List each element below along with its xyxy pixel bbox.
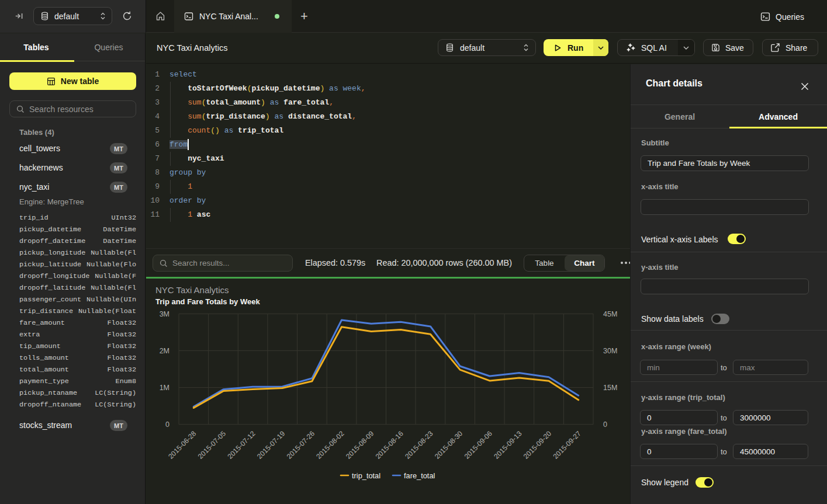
svg-text:fare_total: fare_total — [404, 471, 435, 480]
svg-text:2015-08-02: 2015-08-02 — [314, 429, 346, 461]
svg-text:2015-08-30: 2015-08-30 — [433, 429, 465, 461]
svg-text:45M: 45M — [603, 310, 617, 318]
svg-text:0: 0 — [603, 420, 607, 429]
svg-text:2015-07-12: 2015-07-12 — [226, 429, 257, 461]
svg-text:0: 0 — [165, 420, 169, 429]
svg-text:2015-07-05: 2015-07-05 — [196, 429, 228, 461]
svg-text:3M: 3M — [160, 310, 169, 318]
svg-text:2015-09-06: 2015-09-06 — [463, 429, 494, 461]
svg-text:2015-07-19: 2015-07-19 — [255, 429, 287, 461]
svg-text:2015-06-28: 2015-06-28 — [167, 429, 198, 461]
svg-text:30M: 30M — [603, 347, 617, 355]
svg-text:2015-08-09: 2015-08-09 — [344, 429, 376, 461]
svg-text:2015-08-16: 2015-08-16 — [374, 429, 406, 461]
svg-text:2015-09-20: 2015-09-20 — [522, 429, 553, 461]
svg-text:2015-07-26: 2015-07-26 — [285, 429, 317, 461]
svg-text:trip_total: trip_total — [352, 471, 380, 480]
svg-text:1M: 1M — [160, 384, 169, 392]
svg-text:2M: 2M — [160, 347, 169, 355]
svg-text:2015-09-27: 2015-09-27 — [552, 429, 583, 461]
svg-text:2015-08-23: 2015-08-23 — [403, 429, 435, 461]
svg-text:15M: 15M — [603, 384, 617, 392]
svg-text:2015-09-13: 2015-09-13 — [492, 429, 524, 461]
